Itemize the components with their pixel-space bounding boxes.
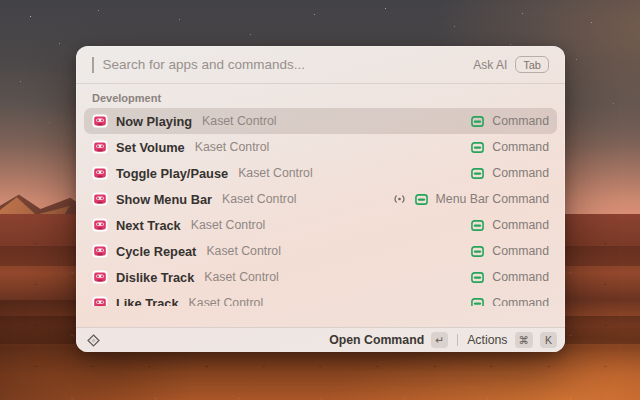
kaset-app-icon (92, 139, 108, 155)
command-type-label: Command (492, 296, 549, 306)
kaset-app-icon (92, 269, 108, 285)
kaset-app-icon (92, 295, 108, 306)
command-subtitle: Kaset Control (189, 296, 264, 306)
command-type-icon (415, 193, 428, 206)
wallpaper-stars (2, 4, 3, 5)
command-subtitle: Kaset Control (238, 166, 313, 180)
command-type-icon (471, 297, 484, 307)
command-list: Now Playing Kaset Control Command (76, 108, 565, 306)
footer-divider (457, 334, 458, 346)
command-subtitle: Kaset Control (206, 244, 281, 258)
command-subtitle: Kaset Control (191, 218, 266, 232)
text-caret (92, 57, 94, 73)
actions-button[interactable]: Actions (467, 333, 507, 347)
list-item[interactable]: Dislike Track Kaset Control Command (84, 264, 557, 290)
command-type-label: Menu Bar Command (436, 192, 549, 206)
ask-ai-label[interactable]: Ask AI (473, 58, 507, 72)
cmd-keycap: ⌘ (515, 332, 534, 348)
command-title: Next Track (116, 218, 181, 233)
raycast-logo-icon[interactable] (86, 333, 101, 348)
command-type-icon (471, 115, 484, 128)
list-item[interactable]: Now Playing Kaset Control Command (84, 108, 557, 134)
list-item[interactable]: Show Menu Bar Kaset Control Menu Bar Com… (84, 186, 557, 212)
list-item[interactable]: Cycle Repeat Kaset Control Command (84, 238, 557, 264)
kaset-app-icon (92, 113, 108, 129)
command-title: Dislike Track (116, 270, 194, 285)
return-keycap: ↵ (431, 332, 448, 348)
command-type-label: Command (492, 140, 549, 154)
command-title: Set Volume (116, 140, 185, 155)
command-type-icon (471, 141, 484, 154)
kaset-app-icon (92, 191, 108, 207)
command-type-label: Command (492, 166, 549, 180)
tab-keycap: Tab (515, 56, 549, 73)
open-command-button[interactable]: Open Command (329, 333, 424, 347)
list-item[interactable]: Like Track Kaset Control Command (84, 290, 557, 306)
kaset-app-icon (92, 165, 108, 181)
list-item[interactable]: Next Track Kaset Control Command (84, 212, 557, 238)
footer-bar: Open Command ↵ Actions ⌘ K (76, 327, 565, 352)
command-subtitle: Kaset Control (202, 114, 277, 128)
kaset-app-icon (92, 243, 108, 259)
command-type-icon (471, 167, 484, 180)
raycast-window: Ask AI Tab Development Now Playing Kaset… (76, 46, 565, 352)
command-title: Toggle Play/Pause (116, 166, 228, 181)
command-type-icon (471, 219, 484, 232)
menubar-broadcast-icon (392, 193, 407, 205)
list-item[interactable]: Set Volume Kaset Control Command (84, 134, 557, 160)
search-input[interactable] (103, 57, 466, 72)
command-title: Like Track (116, 296, 179, 307)
command-title: Cycle Repeat (116, 244, 196, 259)
search-bar: Ask AI Tab (76, 46, 565, 84)
command-subtitle: Kaset Control (222, 192, 297, 206)
command-type-icon (471, 245, 484, 258)
command-title: Show Menu Bar (116, 192, 212, 207)
list-item[interactable]: Toggle Play/Pause Kaset Control Command (84, 160, 557, 186)
command-title: Now Playing (116, 114, 192, 129)
kaset-app-icon (92, 217, 108, 233)
section-header-development: Development (76, 84, 565, 108)
command-type-label: Command (492, 218, 549, 232)
command-type-icon (471, 271, 484, 284)
command-type-label: Command (492, 270, 549, 284)
k-keycap: K (540, 332, 557, 348)
command-type-label: Command (492, 114, 549, 128)
command-type-label: Command (492, 244, 549, 258)
command-subtitle: Kaset Control (204, 270, 279, 284)
command-subtitle: Kaset Control (195, 140, 270, 154)
